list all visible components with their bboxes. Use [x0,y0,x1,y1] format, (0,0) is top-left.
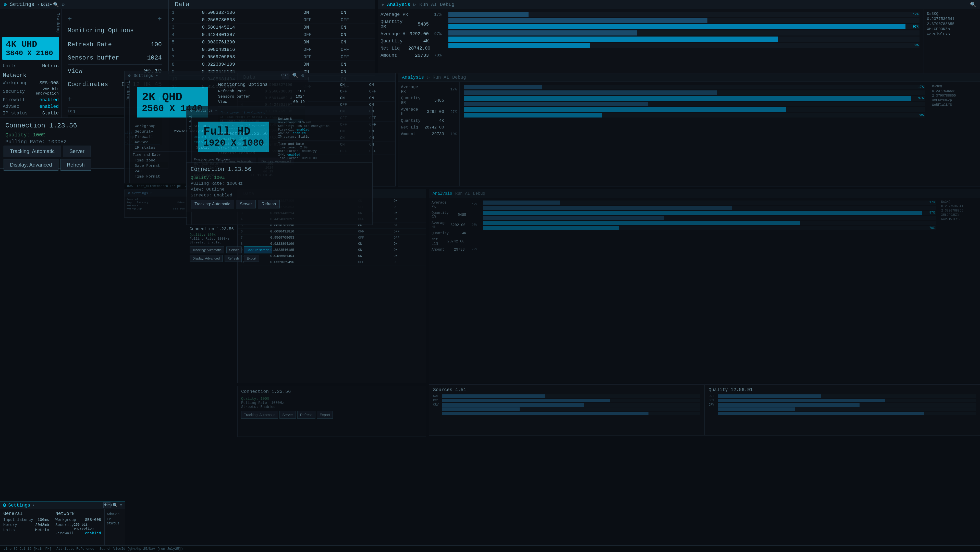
conn-tier3-export[interactable]: Export [317,411,333,419]
win-2k-config-icon[interactable]: ⚙ [301,73,304,79]
plus-icon-bottom[interactable]: + [68,95,72,103]
main-buttons-area: Tracking: Automatic Server Display: Adva… [0,143,125,173]
sidebar-tab-tracking[interactable]: Tracking [0,11,61,35]
analysis-tier3-names: Ds3KQ0.23775365412.3790788855XMLGP93KZpW… [939,198,980,383]
memory-row: Memory 2048mb [3,523,49,527]
win-2k-refresh: Refresh Rate 100 [218,89,305,94]
run-ai-tier3[interactable]: Run AI [455,191,470,196]
source-bar [433,412,700,415]
conn-tier3-tracking[interactable]: Tracking: Automatic [241,411,278,419]
win-fhd-ip: IP status: Static [278,135,370,139]
analysis-tab-main[interactable]: Analysis [387,2,410,7]
display-btn[interactable]: Display: Advanced [3,159,59,171]
win-fhd-server-btn[interactable]: Server [226,247,242,254]
win-fhd-tracking-btn[interactable]: Tracking: Automatic [189,247,224,254]
win-2k-view: View 00.19 [218,100,305,104]
win-2k-edit-btn[interactable]: Edit+ [282,73,289,78]
advsec-row: AdvSec enabled [0,103,61,110]
workgroup-value: SES-008 [31,80,59,86]
resolution-title-4k: 4K UHD [6,40,56,49]
win-fhd-export-btn[interactable]: Export [244,255,259,262]
win-fhd-df: Date Format: dd/mm/yy [278,150,370,153]
tracking-btn[interactable]: Tracking: Automatic [3,145,61,157]
conn-tier2-refresh-btn[interactable]: Refresh [258,200,280,209]
debug-tab-t2[interactable]: Debug [452,75,466,80]
refresh-btn[interactable]: Refresh [60,159,91,171]
buffer-label: Sensors buffer [68,54,147,61]
plus-icon-top[interactable]: + [68,15,72,23]
ip-status-row: IP status Static [0,110,61,116]
analysis-item: Net Liq 28742.00 [429,236,480,247]
analysis-bar-row: 17% [483,201,936,204]
dropdown-icon-bottom[interactable]: ▾ [32,503,35,507]
analysis-item: Average HL 3292.00 97% [429,220,480,230]
table-row: 8 0.9223894199 ON ON [169,61,375,68]
source-bar: COI [709,394,976,398]
data-panel-header: Data [169,0,375,9]
search-icon-analysis[interactable]: 🔍 [970,2,976,8]
source-bar [709,412,976,415]
config-icon[interactable]: ⚙ [62,2,65,7]
analysis-bar-row: 17% [464,85,924,89]
win-2k-header: ⚙ Settings ▾ Edit+ 🔍 ⚙ [124,71,308,80]
conn-tier2-buttons: Tracking: Automatic Server Refresh [191,200,368,209]
analysis-tier3-tab[interactable]: Analysis [433,191,452,196]
sources-bars: COI CC1 CRV [433,394,700,415]
analysis-item: Quantity 4K [398,118,460,124]
resolution-sub-4k: 3840 X 2160 [6,49,56,57]
search-icon[interactable]: 🔍 [53,2,59,7]
win-fhd-display-btn[interactable]: Display: Advanced [189,255,223,262]
config-icon-bottom[interactable]: ⚙ [120,503,122,508]
analysis-panel-tier2: Analysis ▷ Run AI Debug Average Px 17% Q… [398,73,980,187]
analysis-tier2-list: Average Px 17% Quantity GR 5485 Average … [398,82,460,186]
conn-tier2-tracking-btn[interactable]: Tracking: Automatic [191,200,234,209]
debug-tier3[interactable]: Debug [473,191,485,196]
analysis-item: Average Px 17% [378,11,444,18]
ip-label: IP status [3,111,31,116]
refresh-label: Refresh Rate [68,41,151,48]
win-fhd-capture-btn[interactable]: Capture screen [244,247,272,254]
settings-icon: ⚙ [4,2,6,8]
win-2k-search-icon[interactable]: 🔍 [292,73,298,79]
res-fhd-sub: 1920 X 1080 [204,138,264,148]
win-t3-wg: Workgroup SES-008 [127,207,185,210]
resolution-box-4k: 4K UHD 3840 X 2160 [2,37,59,60]
analysis-tier2-names: Ds3KQ0.23775365412.3790788855XMLGP93KZpW… [929,82,980,186]
analysis-bars: 17% 97% 70% [444,9,924,74]
conn-tier2-server-btn[interactable]: Server [236,200,256,209]
edit-btn[interactable]: Edit+ [43,2,50,7]
win-fhd-tf: Time Format: 00:00:00 [278,156,370,160]
conn-tier2-quality: Quality: 100% [191,175,368,180]
dropdown-icon[interactable]: ▾ [37,2,40,7]
analysis-tier2-tab[interactable]: Analysis [402,75,424,80]
win-t3-general: General [127,198,185,201]
run-ai-icon-t2: ▷ [427,75,430,80]
run-ai-tab-t2[interactable]: Run AI [433,75,449,80]
conn-tier3-server[interactable]: Server [280,411,296,419]
analysis-item: Amount 29733 70% [398,131,460,137]
plus-icon-top-right[interactable]: + [158,15,162,23]
conn-tier3-refresh[interactable]: Refresh [298,411,315,419]
win-fhd-firewall: Firewall: enabled [278,128,370,132]
analysis-bar-row: 97% [449,24,920,29]
analysis-name-item: XMLGP93KZp [941,213,978,217]
server-btn[interactable]: Server [63,145,91,157]
monitoring-title: Monitoring Options [68,27,162,34]
search-icon-bottom[interactable]: 🔍 [113,503,118,508]
conn-tier3-buttons: Tracking: Automatic Server Refresh Expor… [241,411,422,419]
conn-panel-tier3: Connection 1.23.56 Quality: 100% Pulling… [237,386,426,437]
buffer-value: 1024 [147,54,162,61]
table-row: 1 0.5083827106 ON ON [169,9,375,16]
analysis-item: Quantity GR 5485 [429,210,480,220]
sidebar-tabs: Tracking [0,11,61,35]
analysis-name-item: XMLGP93KZp [932,98,977,102]
edit-btn-bottom[interactable]: Edit+ [103,503,110,508]
analysis-item: Net Liq 28742.00 [378,45,444,52]
units-bottom-value: Metric [35,528,49,532]
analysis-bar-row [483,221,936,225]
analysis-tab-debug[interactable]: Debug [440,2,455,7]
win-fhd-refresh-btn[interactable]: Refresh [224,255,242,262]
analysis-name-item: 2.3790788855 [941,209,978,212]
analysis-bar-row: 97% [464,96,924,101]
analysis-tab-run-ai[interactable]: Run AI [419,2,437,7]
